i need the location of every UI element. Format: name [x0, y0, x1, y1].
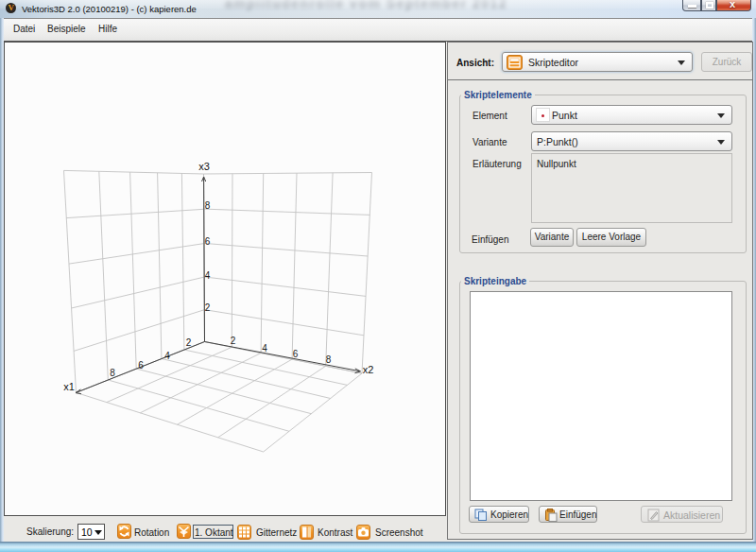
svg-text:4: 4 — [164, 351, 170, 361]
svg-text:8: 8 — [326, 354, 332, 365]
svg-text:x1: x1 — [63, 381, 75, 392]
svg-text:4: 4 — [262, 343, 267, 354]
svg-text:4: 4 — [205, 270, 211, 281]
svg-text:2: 2 — [186, 337, 192, 348]
svg-text:8: 8 — [205, 200, 211, 211]
svg-text:6: 6 — [138, 360, 144, 371]
svg-text:2: 2 — [205, 302, 211, 313]
svg-text:6: 6 — [205, 236, 211, 247]
svg-text:x3: x3 — [198, 161, 210, 172]
svg-text:2: 2 — [231, 336, 236, 346]
svg-text:6: 6 — [293, 349, 299, 359]
svg-text:x2: x2 — [363, 364, 374, 375]
svg-text:8: 8 — [110, 368, 115, 378]
